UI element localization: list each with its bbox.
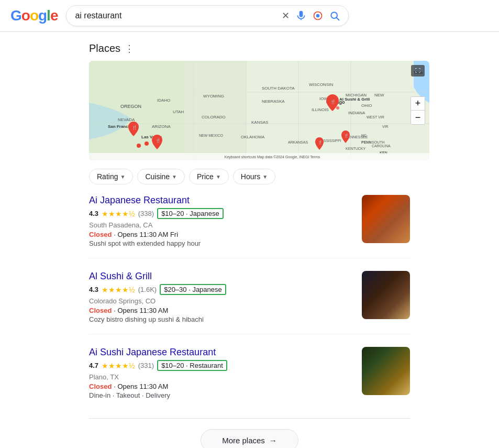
svg-text:OKLAHOMA: OKLAHOMA — [241, 135, 265, 139]
price-filter-label: Price — [197, 172, 214, 181]
svg-point-50 — [145, 141, 149, 146]
search-input[interactable] — [75, 11, 278, 20]
search-button[interactable] — [329, 10, 340, 21]
status-closed-3: Closed — [89, 383, 112, 390]
svg-text:PENN: PENN — [361, 140, 371, 144]
review-count-3: (331) — [138, 362, 154, 369]
rating-num-2: 4.3 — [89, 286, 98, 293]
rating-num-3: 4.7 — [89, 362, 98, 369]
svg-text:Keyboard shortcuts  Map data ©: Keyboard shortcuts Map data ©2024 Google… — [225, 155, 320, 159]
svg-text:NEBRASKA: NEBRASKA — [262, 99, 285, 104]
cuisine-filter-label: Cuisine — [145, 172, 170, 181]
restaurant-name-2[interactable]: Al Sushi & Grill — [89, 271, 152, 281]
zoom-out-button[interactable]: − — [411, 111, 425, 124]
rating-filter-chevron: ▼ — [120, 174, 125, 180]
places-menu-icon[interactable]: ⋮ — [125, 43, 134, 54]
review-count-2: (1.6K) — [138, 286, 157, 293]
stars-3: ★★★★½ — [102, 362, 135, 370]
description-3: Dine-in · Takeout · Delivery — [89, 391, 351, 399]
opens-time-3: Opens 11:30 AM — [117, 383, 168, 390]
svg-point-55 — [336, 106, 339, 110]
hours-filter-label: Hours — [241, 172, 260, 181]
restaurant-info-1: Ai Japanese Restaurant 4.3 ★★★★½ (338) $… — [89, 195, 351, 247]
location-3: Plano, TX — [89, 373, 351, 381]
svg-text:OREGON: OREGON — [120, 104, 141, 109]
status-row-1: Closed · Opens 11:30 AM Fri — [89, 230, 351, 238]
stars-1: ★★★★½ — [102, 210, 135, 218]
restaurant-name-3[interactable]: Ai Sushi Japanese Restaurant — [89, 347, 216, 357]
mic-icon — [296, 10, 306, 21]
status-closed-2: Closed — [89, 307, 112, 314]
price-filter-chevron: ▼ — [216, 174, 221, 180]
opens-time-2: Opens 11:30 AM — [117, 307, 168, 314]
svg-text:Al Sushi & Grill: Al Sushi & Grill — [339, 97, 370, 102]
restaurant-image-3[interactable] — [362, 347, 410, 395]
main-content: Places ⋮ OREGON NEVA — [0, 32, 499, 448]
zoom-in-button[interactable]: + — [411, 97, 425, 111]
svg-text:WYOMING: WYOMING — [203, 94, 224, 99]
rating-row-3: 4.7 ★★★★½ (331) $10–20 · Restaurant — [89, 360, 351, 371]
places-title: Places — [89, 42, 120, 54]
svg-text:ARIZONA: ARIZONA — [152, 124, 171, 129]
filter-row: Rating ▼ Cuisine ▼ Price ▼ Hours ▼ — [89, 169, 410, 184]
svg-text:🍴: 🍴 — [132, 125, 137, 130]
table-row: Ai Japanese Restaurant 4.3 ★★★★½ (338) $… — [89, 195, 410, 258]
lens-button[interactable] — [313, 10, 323, 21]
restaurant-image-1[interactable] — [362, 195, 410, 243]
clear-icon: ✕ — [282, 10, 290, 21]
restaurant-info-2: Al Sushi & Grill 4.3 ★★★★½ (1.6K) $20–30… — [89, 271, 351, 323]
more-places-container: More places → — [89, 429, 410, 448]
status-row-2: Closed · Opens 11:30 AM — [89, 306, 351, 314]
rating-num-1: 4.3 — [89, 210, 98, 217]
svg-text:OHIO: OHIO — [361, 103, 372, 108]
places-header: Places ⋮ — [89, 42, 410, 54]
svg-text:VIR: VIR — [382, 125, 389, 128]
rating-filter-label: Rating — [97, 172, 118, 181]
svg-text:🍴: 🍴 — [330, 99, 336, 104]
hours-filter[interactable]: Hours ▼ — [233, 169, 275, 184]
svg-text:UTAH: UTAH — [173, 110, 184, 114]
svg-point-1 — [316, 14, 320, 18]
stars-2: ★★★★½ — [102, 286, 135, 294]
svg-line-3 — [337, 18, 339, 20]
google-logo: Google — [10, 7, 58, 24]
svg-text:NEW: NEW — [374, 93, 384, 97]
header: Google ✕ — [0, 0, 499, 32]
svg-text:WISCONSIN: WISCONSIN — [309, 82, 333, 87]
svg-text:IDAHO: IDAHO — [157, 98, 170, 103]
svg-rect-11 — [89, 61, 183, 160]
svg-text:NEW MEXICO: NEW MEXICO — [199, 134, 223, 137]
svg-text:⛶: ⛶ — [415, 68, 420, 73]
svg-text:COLORADO: COLORADO — [202, 115, 226, 119]
svg-text:SOUTH DAKOTA: SOUTH DAKOTA — [262, 86, 295, 91]
rating-row-2: 4.3 ★★★★½ (1.6K) $20–30 · Japanese — [89, 284, 351, 295]
rating-row-1: 4.3 ★★★★½ (338) $10–20 · Japanese — [89, 208, 351, 219]
location-2: Colorado Springs, CO — [89, 297, 351, 305]
map-container[interactable]: OREGON NEVADA IDAHO UTAH ARIZONA WYOMING… — [89, 61, 429, 160]
hours-filter-chevron: ▼ — [262, 174, 268, 180]
price-filter[interactable]: Price ▼ — [189, 169, 229, 184]
clear-button[interactable]: ✕ — [282, 10, 290, 21]
svg-point-49 — [137, 144, 141, 148]
search-icons: ✕ — [282, 10, 340, 21]
cuisine-filter-chevron: ▼ — [172, 174, 177, 180]
restaurant-list: Ai Japanese Restaurant 4.3 ★★★★½ (338) $… — [89, 195, 410, 410]
status-closed-1: Closed — [89, 231, 112, 238]
svg-text:🍴: 🍴 — [344, 133, 349, 138]
restaurant-name-1[interactable]: Ai Japanese Restaurant — [89, 195, 190, 205]
price-badge-2: $20–30 · Japanese — [160, 284, 226, 295]
svg-text:CAROLINA: CAROLINA — [372, 144, 391, 148]
more-places-arrow: → — [269, 436, 277, 445]
svg-text:INDIANA: INDIANA — [348, 111, 365, 115]
restaurant-image-2[interactable] — [362, 271, 410, 319]
svg-text:🍴: 🍴 — [156, 138, 161, 143]
map: OREGON NEVADA IDAHO UTAH ARIZONA WYOMING… — [89, 61, 429, 160]
svg-text:🍴: 🍴 — [318, 140, 323, 145]
rating-filter[interactable]: Rating ▼ — [89, 169, 133, 184]
cuisine-filter[interactable]: Cuisine ▼ — [137, 169, 185, 184]
table-row: Al Sushi & Grill 4.3 ★★★★½ (1.6K) $20–30… — [89, 271, 410, 334]
more-places-button[interactable]: More places → — [201, 429, 298, 448]
price-badge-3: $10–20 · Restaurant — [157, 360, 227, 371]
more-places-label: More places — [222, 436, 265, 445]
mic-button[interactable] — [296, 10, 306, 21]
